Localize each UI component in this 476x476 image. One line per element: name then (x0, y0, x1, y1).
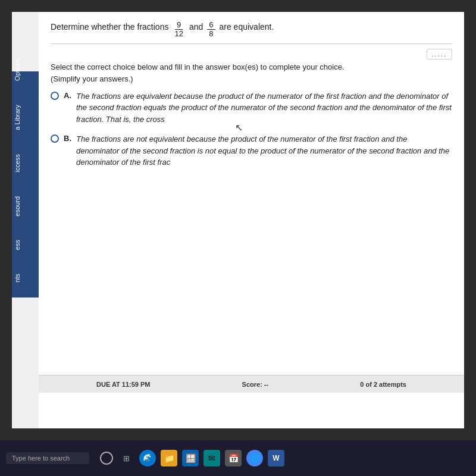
fraction1-numerator: 9 (175, 21, 183, 30)
edge-icon[interactable]: 🌊 (139, 450, 156, 466)
conjunction: and (189, 21, 203, 33)
divider (51, 43, 452, 44)
search-placeholder: Type here to search (12, 455, 70, 462)
file-explorer-icon[interactable]: 📁 (161, 450, 177, 466)
simplify-note: (Simplify your answers.) (51, 74, 452, 83)
screen-area: Options a Library iccess esourd ess nts … (0, 0, 476, 440)
sidebar-item-nts[interactable]: nts (12, 271, 23, 286)
taskbar: Type here to search ⊞ 🌊 📁 🪟 ✉ 📅 🌐 W (0, 440, 476, 476)
sidebar-item-options[interactable]: Options (12, 55, 23, 84)
choice-b-container: B. The fractions are not equivalent beca… (51, 133, 452, 168)
taskbar-center: ⊞ 🌊 📁 🪟 ✉ 📅 🌐 W (100, 450, 284, 466)
fraction-2: 6 8 (207, 21, 215, 39)
status-bar: DUE AT 11:59 PM Score: -- 0 of 2 attempt… (39, 375, 464, 393)
search-box[interactable]: Type here to search (6, 452, 89, 464)
instruction-text: Select the correct choice below and fill… (51, 62, 452, 71)
sidebar-item-progress[interactable]: ess (12, 237, 23, 253)
calendar-icon[interactable]: 📅 (225, 450, 242, 466)
due-date: DUE AT 11:59 PM (96, 381, 150, 388)
taskview-icon[interactable]: ⊞ (118, 450, 134, 466)
sidebar-item-resource[interactable]: esourd (12, 193, 23, 220)
mail-icon[interactable]: ✉ (203, 450, 220, 466)
question-suffix: are equivalent. (220, 21, 274, 33)
attempts: 0 of 2 attempts (360, 381, 406, 388)
choice-a-letter: A. (64, 91, 71, 100)
store-icon[interactable]: 🪟 (182, 450, 199, 466)
sidebar-item-access[interactable]: iccess (12, 151, 23, 176)
fraction2-denominator: 8 (207, 30, 215, 38)
radio-a[interactable] (51, 92, 59, 100)
choice-b-letter: B. (64, 134, 71, 143)
choice-a-container: A. The fractions are equivalent because … (51, 90, 452, 126)
question-intro: Determine whether the fractions (51, 21, 168, 33)
dots-row: ..... (51, 49, 452, 60)
score: Score: -- (242, 381, 269, 388)
dots-button[interactable]: ..... (427, 49, 452, 60)
screen-content: Options a Library iccess esourd ess nts … (12, 12, 464, 428)
choice-b-text: The fractions are not equivalent because… (76, 133, 452, 168)
fraction1-denominator: 12 (173, 30, 184, 38)
windows-search-circle[interactable] (100, 452, 113, 465)
sidebar: Options a Library iccess esourd ess nts (12, 71, 39, 298)
sidebar-item-library[interactable]: a Library (12, 102, 23, 133)
radio-b[interactable] (51, 134, 59, 143)
word-icon[interactable]: W (268, 450, 284, 466)
question-header: Determine whether the fractions 9 12 and… (51, 21, 452, 39)
choice-a-text: The fractions are equivalent because the… (76, 90, 452, 126)
fraction2-numerator: 6 (207, 21, 215, 30)
chrome-icon[interactable]: 🌐 (246, 450, 263, 466)
main-content: Determine whether the fractions 9 12 and… (39, 12, 464, 428)
fraction-1: 9 12 (173, 21, 184, 39)
